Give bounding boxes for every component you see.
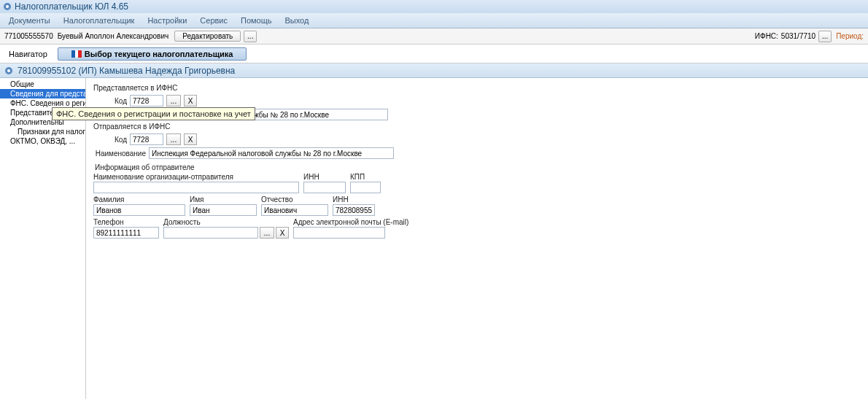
nav-tree: Общие Сведения для представления ФНС. Св… [0, 78, 86, 399]
ifns-dots-button[interactable]: ... [818, 31, 832, 42]
window-titlebar: Налогоплательщик ЮЛ 4.65 [0, 0, 868, 13]
menu-service[interactable]: Сервис [194, 15, 233, 26]
kod2-browse-button[interactable]: ... [166, 133, 181, 145]
infobar-inn: 771005555570 [4, 32, 53, 40]
firstname-input[interactable] [190, 204, 257, 216]
kod1-input[interactable] [130, 95, 163, 106]
position-input[interactable] [163, 227, 258, 239]
edit-button[interactable]: Редактировать [174, 31, 241, 42]
kod2-input[interactable] [130, 133, 163, 145]
kpp1-input[interactable] [350, 182, 381, 193]
org-name-label: Наименование организации-отправителя [93, 173, 299, 181]
period-label: Период: [836, 32, 864, 40]
kod2-clear-button[interactable]: X [184, 133, 197, 145]
subtitle-icon [4, 66, 13, 75]
menu-documents[interactable]: Документы [3, 15, 56, 26]
inn1-input[interactable] [303, 182, 346, 193]
inn2-input[interactable] [333, 204, 375, 216]
content-area: Общие Сведения для представления ФНС. Св… [0, 78, 868, 399]
toolbar: Навигатор Выбор текущего налогоплательщи… [0, 44, 868, 63]
tree-tooltip: ФНС. Сведения о регистрации и постановке… [52, 107, 255, 120]
position-browse-button[interactable]: ... [260, 227, 274, 239]
select-taxpayer-button[interactable]: Выбор текущего налогоплательщика [58, 47, 247, 61]
naim2-label: Наименование [93, 150, 146, 158]
navigator-label: Навигатор [4, 48, 52, 60]
menu-taxpayer[interactable]: Налогоплательщик [58, 15, 141, 26]
org-name-input[interactable] [93, 182, 299, 193]
infobar-dots-button[interactable]: ... [244, 31, 257, 42]
position-clear-button[interactable]: X [276, 227, 289, 239]
menu-help[interactable]: Помощь [235, 15, 278, 26]
kod2-label: Код [93, 136, 127, 144]
app-icon [3, 2, 12, 11]
kod1-label: Код [93, 97, 127, 105]
kod1-browse-button[interactable]: ... [166, 95, 181, 106]
infobar-name: Буевый Аполлон Александрович [58, 32, 168, 40]
window-title: Налогоплательщик ЮЛ 4.65 [15, 1, 128, 12]
inn1-label: ИНН [303, 173, 346, 181]
infobar: 771005555570 Буевый Аполлон Александрови… [0, 28, 868, 44]
menu-exit[interactable]: Выход [279, 15, 315, 26]
phone-input[interactable] [93, 227, 159, 239]
svg-point-1 [6, 5, 9, 8]
tree-item-submission[interactable]: Сведения для представления [0, 89, 85, 98]
ifns-label: ИФНС: [755, 32, 778, 40]
tree-item-tax-flags[interactable]: Признаки для налоговой о [0, 127, 85, 136]
section-sent-title: Отправляется в ИФНС [93, 123, 861, 131]
sender-info-title: Информация об отправителе [95, 163, 861, 171]
inn2-label: ИНН [333, 195, 375, 204]
select-taxpayer-label: Выбор текущего налогоплательщика [85, 50, 233, 58]
menubar: Документы Налогоплательщик Настройки Сер… [0, 13, 868, 28]
naim2-input[interactable] [149, 147, 394, 159]
email-input[interactable] [293, 227, 385, 239]
tree-item-general[interactable]: Общие [0, 80, 85, 89]
form-panel: ФНС. Сведения о регистрации и постановке… [86, 78, 868, 399]
flag-icon [71, 50, 82, 58]
phone-label: Телефон [93, 218, 159, 226]
taxpayer-subtitle: 781009955102 (ИП) Камышева Надежда Григо… [0, 63, 868, 78]
firstname-label: Имя [190, 195, 257, 204]
tree-item-oktmo[interactable]: ОКТМО, ОКВЭД, ... [0, 136, 85, 146]
kod1-clear-button[interactable]: X [184, 95, 197, 106]
subtitle-text: 781009955102 (ИП) Камышева Надежда Григо… [18, 66, 235, 76]
menu-settings[interactable]: Настройки [142, 15, 193, 26]
ifns-value: 5031/7710 [781, 32, 815, 40]
position-label: Должность [163, 218, 289, 226]
section-presented-title: Представляется в ИФНС [93, 84, 861, 92]
lastname-input[interactable] [93, 204, 185, 216]
kpp1-label: КПП [350, 173, 381, 181]
middlename-input[interactable] [261, 204, 328, 216]
naim1-input[interactable] [239, 109, 388, 120]
svg-point-3 [7, 69, 10, 72]
lastname-label: Фамилия [93, 195, 185, 204]
middlename-label: Отчество [261, 195, 328, 204]
email-label: Адрес электронной почты (E-mail) [293, 218, 408, 226]
